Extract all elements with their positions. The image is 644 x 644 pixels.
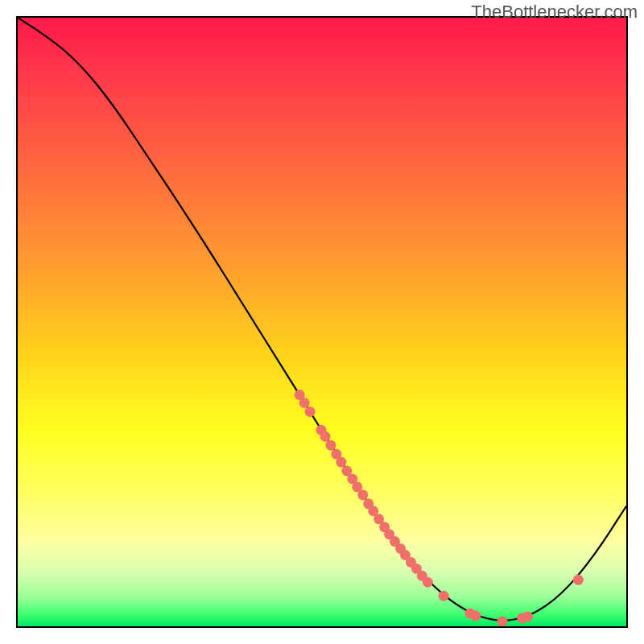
data-dot — [299, 398, 310, 408]
data-dot — [471, 611, 481, 621]
data-dot — [573, 575, 584, 585]
plot-frame — [16, 16, 628, 628]
attribution-text: TheBottlenecker.com — [471, 2, 638, 23]
data-dot — [320, 431, 331, 442]
data-dot — [325, 440, 336, 451]
data-dot — [357, 489, 368, 500]
data-dot — [423, 577, 433, 588]
data-dot — [522, 612, 533, 622]
data-dot — [336, 457, 346, 468]
bottleneck-chart: TheBottlenecker.com — [0, 0, 644, 644]
data-dot — [305, 407, 316, 417]
data-dot — [439, 591, 449, 601]
curve-layer — [18, 18, 626, 626]
bottleneck-curve — [18, 18, 626, 621]
data-dot — [497, 617, 507, 626]
